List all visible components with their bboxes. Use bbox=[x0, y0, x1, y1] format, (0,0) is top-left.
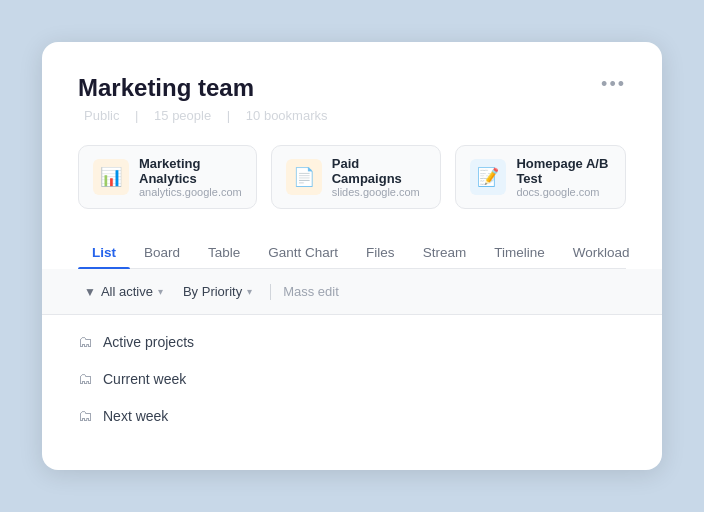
filter-button[interactable]: ▼ All active ▾ bbox=[78, 281, 169, 302]
project-active-label: Active projects bbox=[103, 334, 194, 350]
tab-list[interactable]: List bbox=[78, 237, 130, 268]
page-header: Marketing team ••• bbox=[78, 74, 626, 102]
priority-button[interactable]: By Priority ▾ bbox=[177, 281, 258, 302]
docs-icon: 📝 bbox=[470, 159, 506, 195]
analytics-icon: 📊 bbox=[93, 159, 129, 195]
tabs-nav: List Board Table Gantt Chart Files Strea… bbox=[78, 237, 626, 269]
project-list: 🗂 Active projects 🗂 Current week 🗂 Next … bbox=[78, 315, 626, 434]
abtest-name: Homepage A/B Test bbox=[516, 156, 611, 186]
folder-icon-2: 🗂 bbox=[78, 370, 93, 387]
project-active[interactable]: 🗂 Active projects bbox=[78, 323, 626, 360]
tab-stream[interactable]: Stream bbox=[409, 237, 481, 268]
analytics-url: analytics.google.com bbox=[139, 186, 242, 198]
campaigns-name: Paid Campaigns bbox=[332, 156, 427, 186]
analytics-name: Marketing Analytics bbox=[139, 156, 242, 186]
priority-chevron: ▾ bbox=[247, 286, 252, 297]
abtest-url: docs.google.com bbox=[516, 186, 611, 198]
meta-info: Public | 15 people | 10 bookmarks bbox=[78, 108, 626, 123]
project-next-week[interactable]: 🗂 Next week bbox=[78, 397, 626, 434]
filter-chevron: ▾ bbox=[158, 286, 163, 297]
main-card: Marketing team ••• Public | 15 people | … bbox=[42, 42, 662, 470]
tab-board[interactable]: Board bbox=[130, 237, 194, 268]
tab-gantt[interactable]: Gantt Chart bbox=[254, 237, 352, 268]
bookmarks-row: 📊 Marketing Analytics analytics.google.c… bbox=[78, 145, 626, 209]
campaigns-url: slides.google.com bbox=[332, 186, 427, 198]
analytics-text: Marketing Analytics analytics.google.com bbox=[139, 156, 242, 198]
tab-timeline[interactable]: Timeline bbox=[480, 237, 559, 268]
tab-files[interactable]: Files bbox=[352, 237, 409, 268]
separator1: | bbox=[135, 108, 138, 123]
tab-workload[interactable]: Workload bbox=[559, 237, 644, 268]
toolbar-divider bbox=[270, 284, 271, 300]
folder-icon-1: 🗂 bbox=[78, 333, 93, 350]
filter-icon: ▼ bbox=[84, 285, 96, 299]
separator2: | bbox=[227, 108, 230, 123]
bookmarks-count: 10 bookmarks bbox=[246, 108, 328, 123]
bookmark-campaigns[interactable]: 📄 Paid Campaigns slides.google.com bbox=[271, 145, 442, 209]
more-options-button[interactable]: ••• bbox=[601, 74, 626, 95]
project-current-week[interactable]: 🗂 Current week bbox=[78, 360, 626, 397]
priority-label: By Priority bbox=[183, 284, 242, 299]
mass-edit-button[interactable]: Mass edit bbox=[283, 284, 339, 299]
toolbar: ▼ All active ▾ By Priority ▾ Mass edit bbox=[42, 269, 662, 315]
tab-table[interactable]: Table bbox=[194, 237, 254, 268]
page-title: Marketing team bbox=[78, 74, 254, 102]
folder-icon-3: 🗂 bbox=[78, 407, 93, 424]
filter-label: All active bbox=[101, 284, 153, 299]
campaigns-text: Paid Campaigns slides.google.com bbox=[332, 156, 427, 198]
visibility-label: Public bbox=[84, 108, 119, 123]
bookmark-abtest[interactable]: 📝 Homepage A/B Test docs.google.com bbox=[455, 145, 626, 209]
bookmark-analytics[interactable]: 📊 Marketing Analytics analytics.google.c… bbox=[78, 145, 257, 209]
project-current-week-label: Current week bbox=[103, 371, 186, 387]
slides-icon: 📄 bbox=[286, 159, 322, 195]
project-next-week-label: Next week bbox=[103, 408, 168, 424]
abtest-text: Homepage A/B Test docs.google.com bbox=[516, 156, 611, 198]
people-count: 15 people bbox=[154, 108, 211, 123]
